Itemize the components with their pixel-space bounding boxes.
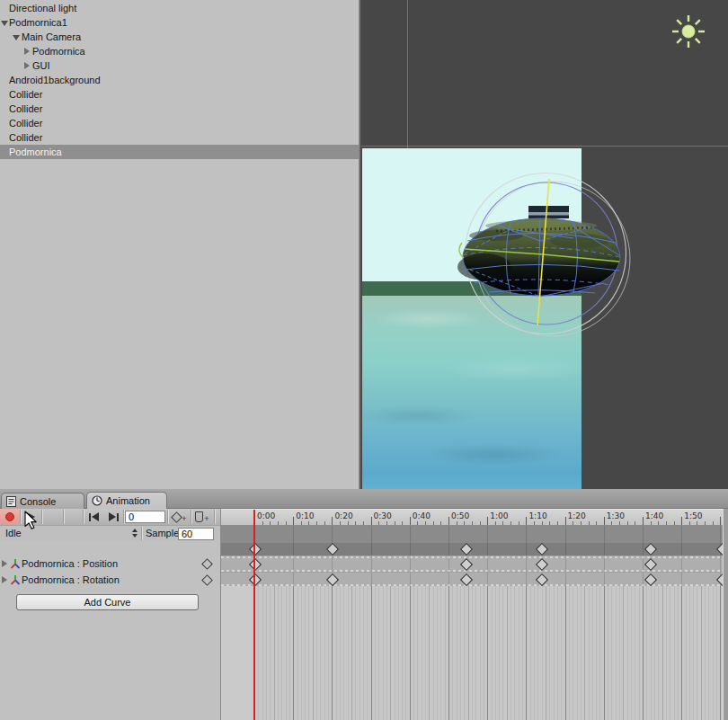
expand-arrow-icon[interactable] — [2, 560, 7, 567]
ruler-tick-minor — [386, 521, 387, 525]
ruler-label: 0:20 — [334, 511, 352, 520]
keyframe-diamond[interactable] — [460, 558, 473, 571]
hierarchy-item-label: Collider — [9, 102, 42, 116]
sun-icon[interactable] — [672, 15, 705, 48]
timeline-grid-area[interactable] — [254, 586, 723, 720]
expand-arrow-icon[interactable] — [24, 62, 30, 69]
sample-input[interactable]: 60 — [178, 528, 214, 540]
dropdown-arrows-icon[interactable] — [132, 529, 138, 538]
hierarchy-item-collider[interactable]: Collider — [0, 130, 359, 145]
keyframe-row-summary[interactable] — [221, 543, 723, 556]
ruler-tick-minor — [308, 521, 309, 525]
tab-animation[interactable]: Animation — [86, 492, 167, 509]
hierarchy-item-collider[interactable]: Collider — [0, 87, 359, 102]
hierarchy-item-android1background[interactable]: Android1background — [0, 73, 359, 87]
ruler-tick-major — [371, 517, 372, 525]
grid-column-line — [526, 573, 527, 586]
ruler-tick-major — [604, 517, 605, 525]
keyframe-diamond[interactable] — [460, 543, 473, 556]
ruler-tick-minor — [689, 521, 690, 525]
add-keyframe-button[interactable]: + — [169, 509, 191, 525]
grid-column-line — [604, 526, 605, 543]
ruler-label: 0:50 — [451, 511, 469, 520]
add-curve-button[interactable]: Add Curve — [16, 594, 199, 610]
hierarchy-item-directional-light[interactable]: Directional light — [0, 1, 359, 15]
track-keyframe-icon[interactable] — [201, 558, 213, 570]
collapse-arrow-icon[interactable] — [1, 21, 8, 26]
ruler-tick-major — [720, 517, 721, 525]
ruler-tick-minor — [619, 521, 620, 525]
track-row-rotation[interactable]: Podmornica : Rotation — [0, 573, 220, 587]
grid-column-line — [487, 526, 488, 543]
grid-column-line — [371, 573, 372, 586]
add-event-button[interactable]: + — [191, 509, 213, 525]
hierarchy-item-podmornica1[interactable]: Podmornica1 — [0, 15, 359, 30]
ruler-tick-minor — [480, 521, 481, 525]
keyframe-diamond[interactable] — [536, 558, 548, 571]
grid-column-line — [448, 543, 449, 556]
ruler-label: 0:30 — [374, 511, 392, 520]
grid-column-line — [371, 543, 372, 556]
hierarchy-item-label: Collider — [9, 116, 42, 130]
hierarchy-item-podmornica[interactable]: Podmornica — [0, 44, 359, 58]
hierarchy-item-main-camera[interactable]: Main Camera — [0, 30, 359, 44]
frame-input[interactable]: 0 — [125, 511, 165, 523]
ruler-tick-minor — [705, 521, 706, 525]
ruler-label: 1:40 — [645, 511, 663, 520]
track-row-position[interactable]: Podmornica : Position — [0, 556, 220, 571]
grid-column-line — [371, 556, 372, 572]
ruler-tick-major — [643, 517, 644, 525]
hierarchy-item-podmornica[interactable]: Podmornica — [0, 145, 359, 159]
ruler-tick-minor — [542, 521, 543, 525]
grid-column-line — [293, 573, 294, 586]
previous-keyframe-button[interactable] — [84, 509, 103, 525]
ruler-tick-minor — [278, 521, 279, 525]
timeline-ruler[interactable]: 0:000:100:200:300:400:501:001:101:201:30… — [221, 509, 723, 526]
keyframe-row-position[interactable] — [221, 556, 723, 572]
hierarchy-item-gui[interactable]: GUI — [0, 58, 359, 73]
clip-dropdown[interactable]: Idle — [5, 528, 22, 538]
transform-icon — [10, 574, 21, 585]
next-keyframe-button[interactable] — [103, 509, 123, 525]
playhead-line[interactable] — [253, 510, 255, 720]
record-button[interactable] — [0, 509, 20, 525]
ruler-tick-minor — [713, 521, 714, 525]
ruler-tick-minor — [510, 521, 511, 525]
expand-arrow-icon[interactable] — [24, 48, 30, 55]
bottom-tab-bar: Console Animation — [0, 489, 728, 509]
ruler-tick-minor — [495, 521, 496, 525]
ruler-tick-minor — [417, 521, 418, 525]
keyframe-row-rotation[interactable] — [221, 573, 723, 586]
console-icon — [6, 496, 16, 507]
ruler-tick-major — [565, 517, 566, 525]
collapse-arrow-icon[interactable] — [13, 35, 20, 40]
keyframe-diamond[interactable] — [536, 543, 548, 556]
hierarchy-item-collider[interactable]: Collider — [0, 116, 359, 130]
grid-column-line — [332, 556, 333, 572]
ruler-tick-minor — [440, 521, 441, 525]
expand-arrow-icon[interactable] — [2, 576, 7, 583]
ruler-tick-minor — [557, 521, 558, 525]
tab-console-label: Console — [20, 496, 56, 507]
grid-column-line — [643, 526, 644, 543]
ruler-tick-minor — [270, 521, 271, 525]
keyframe-diamond[interactable] — [326, 543, 339, 556]
ruler-label: 1:20 — [568, 511, 586, 520]
grid-column-line — [604, 573, 605, 586]
tab-console[interactable]: Console — [1, 493, 84, 509]
ruler-tick-major — [487, 517, 488, 525]
hierarchy-item-collider[interactable]: Collider — [0, 102, 359, 116]
keyframe-diamond[interactable] — [644, 543, 657, 556]
keyframe-diamond[interactable] — [644, 558, 657, 571]
grid-column-line — [410, 543, 411, 556]
previous-keyframe-icon — [89, 513, 91, 521]
grid-column-line — [604, 556, 605, 572]
scene-view[interactable] — [361, 0, 728, 489]
next-keyframe-icon — [109, 512, 116, 521]
ruler-label: 0:00 — [257, 511, 275, 520]
grid-column-line — [371, 526, 372, 543]
ruler-tick-minor — [433, 521, 434, 525]
ruler-tick-minor — [316, 521, 317, 525]
track-keyframe-icon[interactable] — [201, 574, 213, 586]
record-icon — [5, 512, 14, 521]
